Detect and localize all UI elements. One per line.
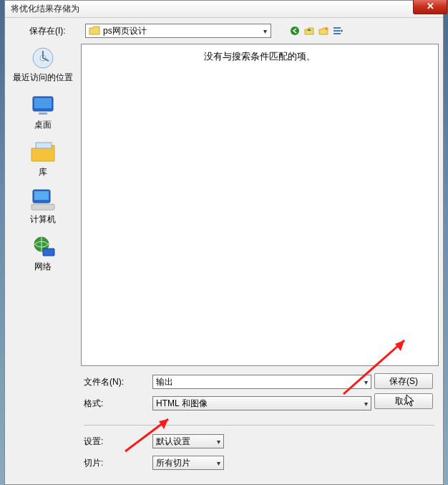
chevron-down-icon: ▾ [217, 438, 220, 446]
empty-message: 没有与搜索条件匹配的项。 [204, 50, 316, 63]
settings-row: 设置: 默认设置 ▾ [84, 433, 434, 450]
save-dialog: 将优化结果存储为 ✕ 保存在(I): ps网页设计 ▾ [4, 0, 444, 485]
settings-combo[interactable]: 默认设置 ▾ [152, 434, 224, 448]
svg-rect-2 [333, 27, 341, 29]
chevron-down-icon: ▾ [364, 400, 368, 408]
divider [84, 425, 434, 426]
recent-icon [29, 45, 57, 71]
place-recent-label: 最近访问的位置 [13, 72, 73, 82]
format-label: 格式: [84, 398, 152, 410]
place-computer-label: 计算机 [30, 214, 56, 224]
settings-value: 默认设置 [156, 436, 190, 448]
svg-point-0 [291, 27, 299, 35]
svg-rect-15 [43, 249, 54, 256]
place-desktop[interactable]: 桌面 [9, 92, 77, 130]
slices-value: 所有切片 [156, 457, 190, 469]
filename-label: 文件名(N): [84, 376, 152, 388]
slices-combo[interactable]: 所有切片 ▾ [152, 456, 224, 470]
bottom-fields: 文件名(N): 输出 ▾ 格式: HTML 和图像 ▾ 保存(S) 取消 [9, 366, 439, 419]
button-column: 保存(S) 取消 [374, 373, 433, 409]
filename-row: 文件名(N): 输出 ▾ [84, 373, 374, 390]
computer-icon [29, 187, 57, 213]
place-libraries-label: 库 [39, 167, 47, 177]
location-row: 保存在(I): ps网页设计 ▾ [9, 22, 439, 44]
view-menu-icon[interactable] [333, 26, 343, 36]
cancel-button[interactable]: 取消 [374, 393, 433, 409]
slices-label: 切片: [84, 457, 152, 469]
place-computer[interactable]: 计算机 [9, 187, 77, 224]
filename-value: 输出 [156, 376, 173, 388]
filename-combo[interactable]: 输出 ▾ [152, 375, 371, 389]
middle: 最近访问的位置 桌面 库 [9, 44, 439, 366]
place-desktop-label: 桌面 [34, 120, 52, 130]
libraries-icon [29, 140, 57, 165]
file-area[interactable]: 没有与搜索条件匹配的项。 [81, 44, 439, 366]
svg-rect-4 [333, 33, 341, 34]
back-icon[interactable] [290, 26, 300, 36]
settings-label: 设置: [84, 436, 152, 448]
close-button[interactable]: ✕ [413, 0, 447, 14]
close-icon: ✕ [427, 1, 434, 11]
network-icon [29, 234, 57, 260]
dialog-title: 将优化结果存储为 [11, 3, 79, 15]
location-toolbar [290, 26, 343, 36]
place-network-label: 网络 [34, 261, 52, 272]
titlebar: 将优化结果存储为 ✕ [5, 1, 443, 18]
place-network[interactable]: 网络 [9, 234, 77, 272]
format-combo[interactable]: HTML 和图像 ▾ [152, 396, 371, 410]
chevron-down-icon: ▾ [217, 459, 220, 467]
svg-rect-9 [39, 112, 47, 115]
svg-rect-10 [36, 143, 52, 148]
svg-rect-3 [333, 30, 341, 32]
slices-row: 切片: 所有切片 ▾ [84, 454, 434, 471]
desktop-icon [29, 92, 57, 118]
place-recent[interactable]: 最近访问的位置 [9, 45, 77, 82]
location-label: 保存在(I): [29, 25, 81, 37]
new-folder-icon[interactable] [318, 26, 328, 36]
location-combo[interactable]: ps网页设计 ▾ [85, 24, 271, 38]
format-row: 格式: HTML 和图像 ▾ [84, 395, 374, 412]
format-value: HTML 和图像 [156, 398, 208, 410]
places-bar: 最近访问的位置 桌面 库 [9, 44, 77, 366]
svg-rect-13 [31, 204, 54, 210]
location-value: ps网页设计 [103, 25, 147, 37]
place-libraries[interactable]: 库 [9, 140, 77, 177]
save-button[interactable]: 保存(S) [374, 373, 433, 389]
svg-rect-8 [34, 98, 52, 108]
dialog-body: 保存在(I): ps网页设计 ▾ [5, 18, 443, 484]
chevron-down-icon: ▾ [364, 378, 368, 386]
folder-icon [89, 26, 100, 36]
svg-point-1 [325, 27, 328, 30]
chevron-down-icon: ▾ [259, 27, 271, 35]
svg-rect-12 [34, 191, 49, 200]
settings-block: 设置: 默认设置 ▾ 切片: 所有切片 ▾ [9, 419, 439, 480]
up-icon[interactable] [304, 26, 314, 36]
